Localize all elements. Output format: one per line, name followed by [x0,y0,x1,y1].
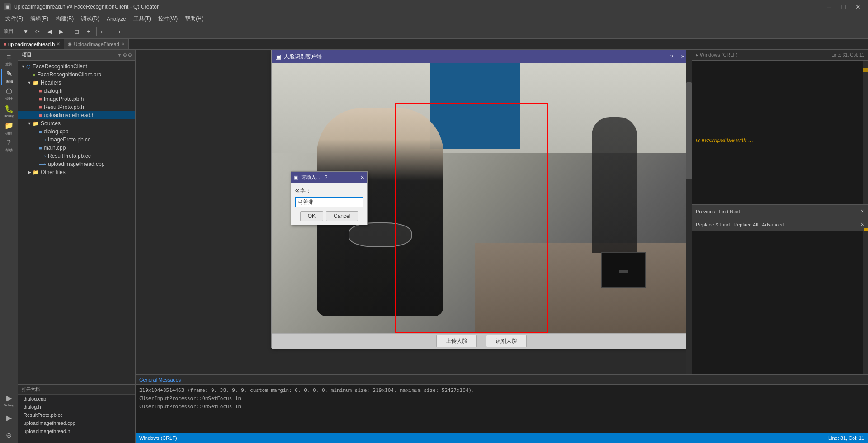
open-docs-header: 打开文档 [18,385,135,395]
imageproto-cc-icon: ⟶ [39,137,46,143]
open-docs-title: 打开文档 [22,386,40,393]
toolbar-btn-4[interactable]: ▶ [56,26,66,37]
tree-resultproto-cc[interactable]: ▶ ⟶ ResultProto.pb.cc [18,152,135,160]
upload-face-button[interactable]: 上传人脸 [436,335,477,347]
open-doc-uploadimagethread-h[interactable]: uploadimagethread.h [18,427,135,435]
recognize-face-button[interactable]: 识别人脸 [486,335,527,347]
tree-sources-folder[interactable]: ▼ 📁 Sources [18,119,135,127]
open-doc-dialog-cpp[interactable]: dialog.cpp [18,395,135,403]
otherfiles-folder-icon: 📁 [33,170,39,175]
input-dialog-close[interactable]: ✕ [360,174,364,180]
find-prev-btn[interactable]: Previous [696,209,715,214]
sidebar-bottom-debug[interactable]: ▶ Debug [1,392,17,409]
right-panel-scrollbar[interactable] [863,231,868,374]
bottom-panel-left: General Messages 219x104+851+463 (frame:… [136,375,868,433]
input-dialog-title-text: 请输入... [301,174,320,181]
sidebar-project[interactable]: 📁 项目 [1,120,17,137]
warning-incompatible-text: is incompatible with ... [696,137,753,143]
advanced-btn[interactable]: Advanced... [762,222,788,227]
tree-headers-folder[interactable]: ▼ 📁 Headers [18,79,135,87]
menu-build[interactable]: 构建(B) [52,14,77,24]
bottom-panel-tab[interactable]: General Messages [139,377,181,382]
maximize-button[interactable]: □ [837,0,850,13]
tree-dialog-h[interactable]: ▶ ■ dialog.h [18,87,135,95]
toolbar-btn-6[interactable]: + [83,26,94,37]
input-dialog-help[interactable]: ? [325,174,327,180]
open-doc-resultproto-cc[interactable]: ResultProto.pb.cc [18,411,135,419]
tab-uploadimagethread-h[interactable]: ■ uploadimagethread.h ✕ [0,39,64,49]
tree-otherfiles-label: Other files [41,169,66,175]
tab-uploadimagethread[interactable]: ◉ UploadImageThread ✕ [64,39,128,49]
input-dialog-body: 名字： OK Cancel [291,183,367,225]
editor-scrollbar[interactable] [686,50,692,374]
tree-otherfiles-folder[interactable]: ▶ 📁 Other files [18,168,135,176]
input-dialog-buttons: OK Cancel [295,211,363,221]
menu-help[interactable]: 帮助(H) [181,14,207,24]
menu-controls[interactable]: 控件(W) [155,14,181,24]
tree-imageproto-cc[interactable]: ▶ ⟶ ImageProto.pb.cc [18,136,135,144]
editor-content: ▣ 人脸识别客户端 ? ✕ [136,50,692,374]
sidebar-edit[interactable]: ✎ 编辑 [1,69,17,85]
main-layout: ≡ 欢迎 ✎ 编辑 ⬡ 设计 🐛 Debug 📁 项目 ? 帮助 ▶ Debug [0,50,868,443]
toolbar-btn-3[interactable]: ◀ [44,26,55,37]
open-doc-uploadimagethread-cpp[interactable]: uploadimagethread.cpp [18,419,135,427]
open-doc-dialog-h[interactable]: dialog.h [18,403,135,411]
menu-tools[interactable]: 工具(T) [130,14,155,24]
sidebar-debug[interactable]: 🐛 Debug [1,103,17,119]
menu-file[interactable]: 文件(F) [2,14,27,24]
toolbar-separator3 [96,27,97,36]
app-window-help[interactable]: ? [667,52,677,61]
input-dialog-name-field[interactable] [295,197,363,207]
editor-scrollbar-thumb[interactable] [686,82,692,179]
tree-dialog-cpp[interactable]: ▶ ■ dialog.cpp [18,127,135,136]
tree-root[interactable]: ▼ ⬡ FaceRecognitionClient [18,62,135,71]
toolbar-btn-7[interactable]: ⟵ [99,26,110,37]
minimize-button[interactable]: ─ [823,0,835,13]
tree-imageproto-h[interactable]: ▶ ■ ImageProto.pb.h [18,95,135,103]
tab-label-2: UploadImageThread [74,42,119,47]
right-panel-header: ▸ Windows (CRLF) Line: 31, Col: 11 [692,50,868,61]
sidebar-help[interactable]: ? 帮助 [1,137,17,154]
menu-analyze[interactable]: Analyze [103,15,130,23]
toolbar-btn-8[interactable]: ⟶ [111,26,122,37]
replace-toolbar: Replace & Find Replace All Advanced... ✕ [692,218,868,231]
tab-close-1[interactable]: ✕ [57,42,60,47]
dialog-h-icon: ■ [39,88,42,94]
sidebar-bottom-icon[interactable]: ⊕ [1,427,17,443]
toolbar-btn-1[interactable]: ▼ [20,26,31,37]
right-panel-header-text: ▸ Windows (CRLF) [696,52,738,58]
tree-dialog-cpp-label: dialog.cpp [44,128,69,135]
menu-edit[interactable]: 编辑(E) [27,14,52,24]
sidebar-design[interactable]: ⬡ 设计 [1,86,17,102]
find-next-btn[interactable]: Find Next [719,209,740,214]
toolbar-btn-5[interactable]: ◻ [71,26,82,37]
close-find-btn[interactable]: ✕ [860,208,864,214]
tree-uploadimagethread-cpp[interactable]: ▶ ⟶ uploadimagethread.cpp [18,160,135,168]
tab-close-2[interactable]: ✕ [121,42,125,47]
toolbar-btn-2[interactable]: ⟳ [32,26,43,37]
bottom-content: 219x104+851+463 (frame: 9, 38, 9, 9, cus… [136,385,868,433]
tab-bar: ■ uploadimagethread.h ✕ ◉ UploadImageThr… [0,39,868,50]
input-dialog-icon: ▣ [294,174,298,180]
replace-find-btn[interactable]: Replace & Find [696,222,730,227]
tab-label-1: uploadimagethread.h [8,42,55,47]
close-button[interactable]: ✕ [852,0,864,13]
tree-resultproto-h[interactable]: ▶ ■ ResultProto.pb.h [18,103,135,111]
minimap-scrollbar[interactable] [863,61,868,204]
sidebar-bottom-run[interactable]: ▶ [1,410,17,426]
menu-debug[interactable]: 调试(D) [77,14,103,24]
right-panel-bottom [692,231,868,374]
status-right: Line: 31, Col: 11 [828,435,864,441]
input-dialog-cancel[interactable]: Cancel [326,211,358,221]
close-replace-btn[interactable]: ✕ [860,222,864,227]
sidebar-welcome[interactable]: ≡ 欢迎 [1,52,17,68]
status-left: Windows (CRLF) [139,435,177,441]
dialog-cpp-icon: ■ [39,129,42,134]
input-dialog-ok[interactable]: OK [300,211,323,221]
tree-pro-file[interactable]: ▶ ■ FaceRecognitionClient.pro [18,71,135,79]
tree-uploadimagethread-h[interactable]: ▶ ■ uploadimagethread.h [18,111,135,119]
replace-all-btn[interactable]: Replace All [733,222,758,227]
uploadimagethread-cpp-icon: ⟶ [39,161,46,167]
menu-bar: 文件(F) 编辑(E) 构建(B) 调试(D) Analyze 工具(T) 控件… [0,14,868,24]
tree-main-cpp[interactable]: ▶ ■ main.cpp [18,144,135,152]
